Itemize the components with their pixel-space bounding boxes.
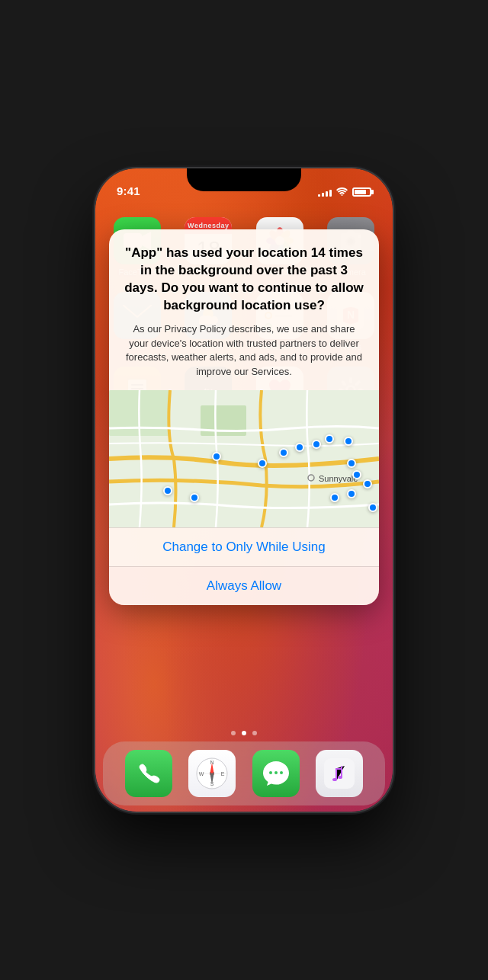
map-dot-1 [212,452,221,461]
map-dot-10 [363,479,372,488]
dock-phone-wrapper[interactable] [125,750,172,797]
signal-bar-4 [329,190,332,197]
map-dot-2 [258,459,267,468]
dock-phone-icon [125,750,172,797]
screen: 9:41 [95,168,393,812]
phone-shell: 9:41 [95,168,393,812]
map-dot-8 [347,459,356,468]
dock-messages-wrapper[interactable] [252,750,300,797]
svg-point-50 [269,771,272,774]
map-dot-5 [312,440,321,449]
dialog-text-section: "App" has used your location 14 times in… [109,229,379,390]
status-time: 9:41 [117,184,140,197]
map-dot-3 [279,448,288,457]
battery-fill [355,190,366,194]
svg-point-58 [338,776,342,779]
page-dot-2 [242,731,246,735]
svg-text:W: W [199,771,204,777]
signal-bars-icon [318,187,332,197]
wifi-icon [336,187,348,197]
svg-rect-56 [336,768,342,770]
battery-icon [352,187,371,197]
dialog-map: Sunnyvale [109,390,379,527]
page-dot-3 [252,731,257,735]
map-dot-9 [352,470,361,479]
svg-point-57 [332,778,337,781]
svg-rect-55 [341,766,342,777]
dock: N S W E [103,741,385,805]
status-icons [318,187,371,197]
map-dot-13 [163,486,172,495]
notch [187,168,301,191]
map-dot-6 [325,434,334,444]
always-allow-button[interactable]: Always Allow [109,566,379,605]
map-background: Sunnyvale [109,390,379,527]
dock-safari-wrapper[interactable]: N S W E [188,750,236,797]
dialog-title: "App" has used your location 14 times in… [123,245,365,315]
dock-music-wrapper[interactable] [316,750,363,797]
svg-point-52 [280,771,283,774]
signal-bar-2 [322,193,324,197]
signal-bar-3 [326,191,328,197]
map-dot-15 [368,503,377,512]
map-dot-11 [347,489,356,498]
svg-text:E: E [221,771,225,777]
page-dots [95,731,393,735]
signal-bar-1 [318,194,320,197]
location-dialog: "App" has used your location 14 times in… [109,229,379,605]
dock-messages-icon [252,750,300,797]
svg-rect-54 [336,768,337,780]
dock-safari-icon: N S W E [188,750,236,797]
dock-music-icon [316,750,363,797]
map-dot-4 [295,443,304,452]
svg-point-51 [274,771,278,774]
page-dot-1 [231,731,236,735]
dialog-subtitle: As our Privacy Policy describes, we use … [123,322,365,380]
change-only-while-using-button[interactable]: Change to Only While Using [109,527,379,566]
